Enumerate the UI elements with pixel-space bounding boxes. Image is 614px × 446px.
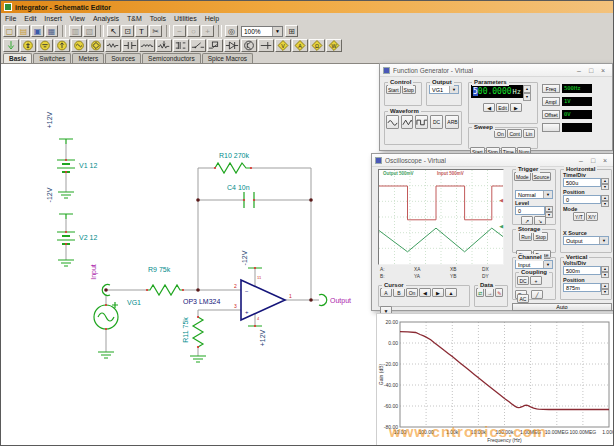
fg-param-edit-button[interactable]: Edit <box>496 103 509 112</box>
blank-readout-button[interactable] <box>542 123 560 132</box>
menu-analysis[interactable]: Analysis <box>89 15 123 22</box>
trigger-mode-button[interactable]: Mode <box>514 172 531 181</box>
waveform-dc-button[interactable]: DC <box>430 115 444 129</box>
waveform-arb-button[interactable]: ARB <box>445 115 459 129</box>
capacitor-icon[interactable] <box>122 39 138 52</box>
fg-control-start-button[interactable]: Start <box>386 85 401 94</box>
battery-icon[interactable] <box>37 39 53 52</box>
trigger-mode-select[interactable]: Normal▼ <box>515 190 553 199</box>
wattmeter-icon[interactable]: W <box>326 39 342 52</box>
voltmeter-icon[interactable]: V <box>275 39 291 52</box>
transistor-icon[interactable] <box>241 39 257 52</box>
relay-icon[interactable] <box>207 39 223 52</box>
fg-param-blank-button[interactable]: ▶ <box>510 103 522 112</box>
triangle-wave-icon[interactable] <box>401 115 414 129</box>
freq-readout-button[interactable]: Freq <box>542 84 560 93</box>
cursor-on-button[interactable]: On <box>406 288 418 297</box>
frequency-stepper[interactable]: ▲ ▼ <box>523 85 531 101</box>
fg-sweep-cont-button[interactable]: Cont <box>507 129 522 138</box>
menu-view[interactable]: View <box>66 15 89 22</box>
fg-sweep-lin-button[interactable]: Lin <box>523 129 535 138</box>
fg-control-stop-button[interactable]: Stop <box>402 85 416 94</box>
coupling-blank-button[interactable]: + <box>530 276 542 285</box>
potentiometer-icon[interactable] <box>156 39 172 52</box>
sine-wave-icon[interactable] <box>386 115 399 129</box>
output-select[interactable]: VG1▼ <box>429 85 459 94</box>
trigger-level-spinner[interactable]: 0 ▲▼ <box>515 206 553 215</box>
mode-yt-button[interactable]: Y/T <box>573 212 585 221</box>
edit-curve-icon[interactable]: ✎ <box>495 288 503 297</box>
cut-wire-icon[interactable]: ✂ <box>149 25 162 37</box>
scope-waveform-plot <box>379 170 503 264</box>
fg-sweep-on-button[interactable]: On <box>494 129 506 138</box>
close-icon[interactable]: × <box>599 155 611 166</box>
magnifier-icon[interactable]: ◎ <box>225 25 238 37</box>
ohmmeter-icon[interactable]: Ω <box>309 39 325 52</box>
select-arrow-icon[interactable]: ↖ <box>107 25 120 37</box>
vertical-position-spinner[interactable]: 875m▲▼ <box>563 283 609 292</box>
inductor-icon[interactable] <box>139 39 155 52</box>
function-generator-titlebar[interactable]: Function Generator - Virtual – □ × <box>380 64 612 77</box>
xsource-select[interactable]: Output▼ <box>563 236 609 245</box>
menu-insert[interactable]: Insert <box>40 15 66 22</box>
menu-tools[interactable]: Tools <box>146 15 170 22</box>
current-source-icon[interactable] <box>54 39 70 52</box>
grid-toggle-icon[interactable]: ⊞ <box>285 25 298 37</box>
cursor-blank-button[interactable]: ◀ <box>419 288 431 297</box>
voltsdiv-spinner[interactable]: 500m▲▼ <box>563 266 609 275</box>
input-channel-marker[interactable]: ◀ <box>499 198 503 203</box>
trigger-edge-blank-button[interactable]: ↘ <box>534 216 546 225</box>
menu-file[interactable]: File <box>1 15 20 22</box>
cursor-a-button[interactable]: A <box>380 288 392 297</box>
minimize-icon[interactable]: – <box>575 155 587 166</box>
menu-utilities[interactable]: Utilities <box>170 15 201 22</box>
resistor-icon[interactable] <box>105 39 121 52</box>
menu-edit[interactable]: Edit <box>20 15 40 22</box>
channel-select[interactable]: Input▼ <box>515 260 553 269</box>
cursor-b-button[interactable]: B <box>393 288 405 297</box>
save-icon[interactable]: ▣ <box>31 25 44 37</box>
mode-xy-button[interactable]: X/Y <box>586 212 598 221</box>
menu-help[interactable]: Help <box>201 15 223 22</box>
controlled-source-icon[interactable] <box>88 39 104 52</box>
coupling-dc-button[interactable]: DC <box>517 276 529 285</box>
export-curve-icon[interactable]: ⇄ <box>476 288 484 297</box>
wire-icon[interactable] <box>3 39 19 52</box>
cursor-blank-button[interactable]: ▶ <box>432 288 444 297</box>
storage-stop-button[interactable]: Stop <box>533 232 547 241</box>
ammeter-icon[interactable]: A <box>292 39 308 52</box>
zoom-reset-icon: ○ <box>187 25 200 37</box>
minimize-icon[interactable]: – <box>573 65 585 76</box>
coupling-ac-button[interactable]: AC <box>517 294 529 303</box>
switch-icon[interactable] <box>190 39 206 52</box>
transformer-icon[interactable] <box>173 39 189 52</box>
zoom-level-select[interactable]: 100%▼ <box>241 26 283 37</box>
print-icon[interactable]: ▦ <box>45 25 58 37</box>
signal-generator-icon[interactable] <box>71 39 87 52</box>
trigger-source-button[interactable]: Source <box>532 172 552 181</box>
diode-icon[interactable] <box>224 39 240 52</box>
new-icon[interactable]: ▢ <box>3 25 16 37</box>
trigger-edge-blank-button[interactable]: ↗ <box>521 216 533 225</box>
open-icon[interactable]: ▤ <box>17 25 30 37</box>
ampl-readout-button[interactable]: Ampl <box>542 97 560 106</box>
storage-run-button[interactable]: Run <box>519 232 532 241</box>
text-tool-icon[interactable]: T <box>135 25 148 37</box>
auto-button[interactable]: Auto <box>512 303 612 311</box>
maximize-icon[interactable]: □ <box>585 65 597 76</box>
menu-tm[interactable]: T&M <box>123 15 146 22</box>
voltage-source-icon[interactable] <box>20 39 36 52</box>
offset-readout-button[interactable]: Offset <box>542 110 560 119</box>
close-icon[interactable]: × <box>597 65 609 76</box>
connector-icon[interactable] <box>258 39 274 52</box>
horizontal-position-spinner[interactable]: 0▲▼ <box>563 195 609 204</box>
zoom-select-icon[interactable]: ⊡ <box>121 25 134 37</box>
timediv-spinner[interactable]: 500u▲▼ <box>563 178 609 187</box>
fg-param-blank-button[interactable]: ◀ <box>483 103 495 112</box>
cursor-blank-button[interactable]: ▲ <box>445 288 457 297</box>
r9-label: R9 75k <box>148 266 171 273</box>
maximize-icon[interactable]: □ <box>587 155 599 166</box>
copy-curve-icon[interactable]: → <box>485 288 494 297</box>
output-channel-marker[interactable]: ◀ <box>499 224 503 229</box>
square-wave-icon[interactable] <box>415 115 428 129</box>
